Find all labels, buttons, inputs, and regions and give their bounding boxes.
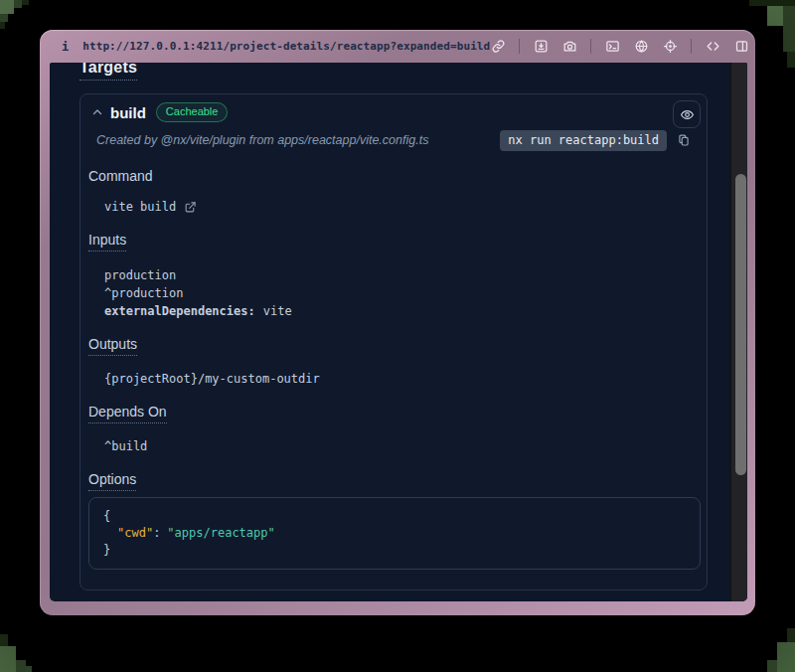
depends-on-label: Depends On: [88, 404, 699, 423]
target-name[interactable]: build: [110, 104, 146, 121]
url-text[interactable]: http://127.0.0.1:4211/project-details/re…: [82, 40, 490, 53]
camera-icon[interactable]: [561, 39, 577, 55]
browser-window: i http://127.0.0.1:4211/project-details/…: [40, 30, 755, 615]
inputs-list: production ^production externalDependenc…: [88, 266, 699, 320]
toolbar-divider: [519, 39, 520, 54]
link-icon[interactable]: [490, 39, 506, 55]
scrollbar[interactable]: [729, 63, 747, 601]
page-viewport: Targets build Cacheable Created by @nx/v…: [50, 63, 747, 601]
target-icon[interactable]: [662, 39, 678, 55]
input-item: ^production: [104, 284, 699, 302]
split-panel-icon[interactable]: [733, 39, 749, 55]
inputs-label: Inputs: [88, 232, 699, 252]
created-by-text: Created by @nx/vite/plugin from apps/rea…: [96, 133, 428, 147]
input-item: externalDependencies:vite: [104, 302, 699, 320]
command-label: Command: [88, 168, 699, 184]
target-card-build: build Cacheable Created by @nx/vite/plug…: [80, 93, 708, 590]
run-command-chip: nx run reactapp:build: [500, 130, 667, 151]
import-icon[interactable]: [533, 39, 549, 55]
outputs-label: Outputs: [88, 336, 699, 356]
globe-icon[interactable]: [633, 39, 649, 55]
copy-icon[interactable]: [676, 133, 691, 148]
toolbar-divider: [691, 39, 692, 54]
cacheable-badge: Cacheable: [156, 102, 229, 122]
json-open-brace: {: [103, 508, 686, 525]
info-icon: i: [62, 40, 69, 54]
run-command-group: nx run reactapp:build: [500, 130, 691, 151]
options-json-box: { "cwd":"apps/reactapp" }: [88, 497, 701, 570]
input-item: production: [104, 266, 699, 284]
options-label: Options: [88, 471, 699, 491]
depends-on-item: ^build: [88, 437, 699, 455]
json-close-brace: }: [103, 542, 686, 559]
targets-heading: Targets: [80, 63, 729, 81]
build-card-body: Command vite build Inputs production ^pr…: [80, 152, 707, 589]
view-in-graph-button[interactable]: [673, 100, 701, 128]
toolbar-actions: [490, 39, 749, 55]
toolbar-divider: [590, 39, 591, 54]
chevron-up-icon[interactable]: [90, 105, 104, 119]
json-cwd-line: "cwd":"apps/reactapp": [103, 525, 686, 542]
code-icon[interactable]: [705, 39, 720, 55]
command-value: vite build: [104, 198, 176, 216]
desktop-background: i http://127.0.0.1:4211/project-details/…: [0, 0, 795, 672]
external-link-icon[interactable]: [184, 201, 197, 214]
terminal-icon[interactable]: [604, 39, 620, 55]
browser-toolbar: i http://127.0.0.1:4211/project-details/…: [40, 30, 755, 63]
project-details-page: Targets build Cacheable Created by @nx/v…: [50, 63, 729, 601]
output-item: {projectRoot}/my-custom-outdir: [88, 370, 699, 388]
build-card-header: build Cacheable Created by @nx/vite/plug…: [80, 94, 707, 152]
scrollbar-thumb[interactable]: [735, 174, 746, 475]
targets-heading-text: Targets: [80, 63, 137, 81]
